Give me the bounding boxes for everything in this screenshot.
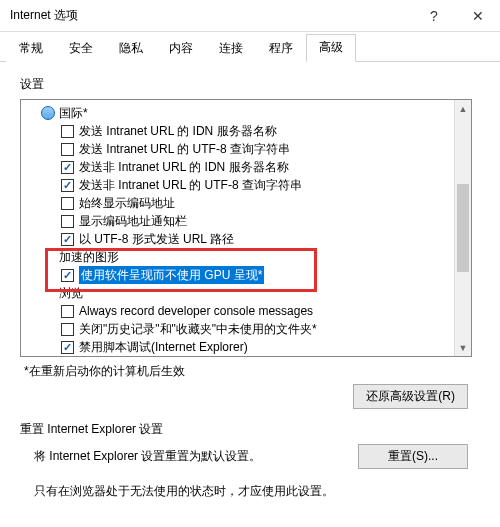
checkbox[interactable]: [61, 305, 74, 318]
tree-item[interactable]: 发送非 Intranet URL 的 UTF-8 查询字符串: [27, 176, 471, 194]
tab-general[interactable]: 常规: [6, 35, 56, 62]
checkbox[interactable]: [61, 341, 74, 354]
settings-label: 设置: [20, 76, 486, 93]
tree-item[interactable]: 禁用脚本调试(Internet Explorer): [27, 338, 471, 356]
checkbox[interactable]: [61, 179, 74, 192]
selected-item-label: 使用软件呈现而不使用 GPU 呈现*: [79, 266, 264, 284]
tree-group-accel: 加速的图形: [27, 248, 471, 266]
close-button[interactable]: ✕: [456, 0, 500, 32]
tree-item[interactable]: 发送 Intranet URL 的 UTF-8 查询字符串: [27, 140, 471, 158]
browse-icon: [41, 286, 55, 300]
checkbox[interactable]: [61, 323, 74, 336]
tab-privacy[interactable]: 隐私: [106, 35, 156, 62]
reset-section-heading: 重置 Internet Explorer 设置: [20, 421, 486, 438]
tree-item-gpu[interactable]: 使用软件呈现而不使用 GPU 呈现*: [27, 266, 471, 284]
reset-description: 将 Internet Explorer 设置重置为默认设置。: [34, 448, 358, 465]
checkbox[interactable]: [61, 143, 74, 156]
checkbox[interactable]: [61, 125, 74, 138]
accel-icon: [41, 250, 55, 264]
scroll-track[interactable]: [455, 117, 471, 339]
restart-footnote: *在重新启动你的计算机后生效: [24, 363, 486, 380]
tab-content[interactable]: 内容: [156, 35, 206, 62]
checkbox[interactable]: [61, 269, 74, 282]
checkbox[interactable]: [61, 197, 74, 210]
tab-programs[interactable]: 程序: [256, 35, 306, 62]
tree-item[interactable]: Always record developer console messages: [27, 302, 471, 320]
tree-group-browse: 浏览: [27, 284, 471, 302]
checkbox[interactable]: [61, 161, 74, 174]
checkbox[interactable]: [61, 215, 74, 228]
globe-icon: [41, 106, 55, 120]
titlebar: Internet 选项 ? ✕: [0, 0, 500, 32]
tree-item[interactable]: 关闭"历史记录"和"收藏夹"中未使用的文件夹*: [27, 320, 471, 338]
tree-group-intl: 国际*: [27, 104, 471, 122]
restore-defaults-button[interactable]: 还原高级设置(R): [353, 384, 468, 409]
window-title: Internet 选项: [10, 7, 412, 24]
tab-connect[interactable]: 连接: [206, 35, 256, 62]
tree-item[interactable]: 发送非 Intranet URL 的 IDN 服务器名称: [27, 158, 471, 176]
tab-advanced[interactable]: 高级: [306, 34, 356, 62]
tab-strip: 常规 安全 隐私 内容 连接 程序 高级: [0, 32, 500, 62]
checkbox[interactable]: [61, 233, 74, 246]
tree-item[interactable]: 显示编码地址通知栏: [27, 212, 471, 230]
tab-security[interactable]: 安全: [56, 35, 106, 62]
reset-button[interactable]: 重置(S)...: [358, 444, 468, 469]
tree-item[interactable]: 始终显示编码地址: [27, 194, 471, 212]
help-button[interactable]: ?: [412, 0, 456, 32]
tree-scrollbar[interactable]: ▲ ▼: [454, 100, 471, 356]
tree-item[interactable]: 发送 Intranet URL 的 IDN 服务器名称: [27, 122, 471, 140]
scroll-down-icon[interactable]: ▼: [455, 339, 471, 356]
settings-tree[interactable]: 国际* 发送 Intranet URL 的 IDN 服务器名称 发送 Intra…: [20, 99, 472, 357]
close-icon: ✕: [472, 8, 484, 24]
scroll-thumb[interactable]: [457, 184, 469, 273]
advanced-panel: 设置 国际* 发送 Intranet URL 的 IDN 服务器名称 发送 In…: [0, 62, 500, 506]
tree-item[interactable]: 以 UTF-8 形式发送 URL 路径: [27, 230, 471, 248]
reset-warning-note: 只有在浏览器处于无法使用的状态时，才应使用此设置。: [34, 483, 486, 500]
scroll-up-icon[interactable]: ▲: [455, 100, 471, 117]
